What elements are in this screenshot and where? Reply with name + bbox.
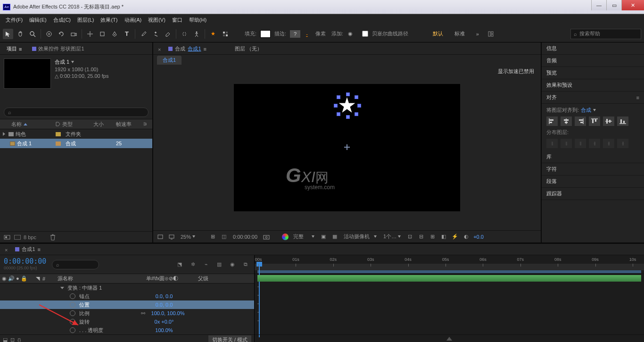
flowchart-icon[interactable]: ⚞	[143, 121, 152, 127]
tl-foot-icon1[interactable]: ⬓	[3, 337, 8, 342]
fill-swatch[interactable]	[260, 30, 271, 38]
menu-composition[interactable]: 合成(C)	[50, 15, 74, 25]
chevron-down-icon[interactable]	[71, 61, 74, 63]
delete-icon[interactable]	[49, 234, 57, 241]
align-bottom-icon[interactable]	[617, 117, 628, 126]
lock-col-icon[interactable]: 🔒	[21, 275, 27, 282]
minimize-button[interactable]: —	[591, 0, 606, 10]
menu-layer[interactable]: 图层(L)	[74, 15, 97, 25]
project-item-folder[interactable]: 纯色 文件夹	[0, 129, 152, 139]
workspace-standard[interactable]: 标准	[454, 30, 465, 37]
workspace-menu-icon[interactable]	[486, 29, 496, 39]
menu-window[interactable]: 窗口	[169, 15, 185, 25]
motion-blur-icon[interactable]: ◉	[227, 259, 238, 270]
anchor-point-icon[interactable]	[344, 144, 350, 150]
opacity-value[interactable]: 100.0%	[151, 327, 173, 333]
paragraph-panel-header[interactable]: 段落	[542, 175, 644, 188]
pixel-aspect-icon[interactable]: ◧	[439, 233, 448, 241]
rotation-row[interactable]: 旋转 0x +0.0°	[0, 317, 254, 326]
rotate-tool-icon[interactable]	[56, 29, 66, 39]
menu-file[interactable]: 文件(F)	[3, 15, 25, 25]
selection-handle[interactable]	[346, 115, 350, 119]
zoom-tool-icon[interactable]	[27, 29, 38, 39]
timeline-close-icon[interactable]: ×	[2, 245, 10, 255]
stopwatch-icon[interactable]	[70, 327, 75, 333]
fast-preview-icon[interactable]: ⚡	[451, 233, 459, 241]
align-right-icon[interactable]	[575, 117, 586, 126]
menu-edit[interactable]: 编辑(E)	[26, 15, 50, 25]
selection-handle[interactable]	[355, 112, 358, 116]
selection-handle[interactable]	[337, 95, 340, 99]
align-hcenter-icon[interactable]	[561, 117, 572, 126]
bpc-swatch[interactable]	[14, 235, 21, 240]
stopwatch-icon[interactable]	[70, 302, 75, 308]
time-ruler[interactable]: 00s01s02s03s04s05s06s07s08s09s10s	[255, 255, 644, 274]
workspace-default[interactable]: 默认	[433, 30, 443, 37]
roto-tool-icon[interactable]	[179, 29, 190, 39]
close-button[interactable]: ✕	[621, 0, 644, 10]
anchor-value[interactable]: 0.0, 0.0	[152, 293, 173, 299]
bpc-label[interactable]: 8 bpc	[24, 234, 36, 240]
transform-group-row[interactable]: 变换 : 中继器 1	[0, 284, 254, 292]
camera-select[interactable]: 活动摄像机	[342, 233, 379, 240]
position-value[interactable]: 0.0, 0.0	[152, 302, 173, 308]
align-vcenter-icon[interactable]	[603, 117, 614, 126]
align-to-select[interactable]: 合成	[581, 107, 591, 114]
current-timecode[interactable]: 0:00:00:00	[4, 257, 45, 266]
menu-effect[interactable]: 效果(T)	[98, 15, 120, 25]
solo-col-icon[interactable]: ●	[16, 275, 19, 282]
col-source-name[interactable]: 源名称	[56, 275, 129, 282]
transparency-icon[interactable]: ▦	[330, 233, 339, 241]
interpret-icon[interactable]	[3, 234, 11, 241]
rotation-value[interactable]: 0x +0.0°	[151, 319, 174, 325]
work-area-bar[interactable]	[257, 270, 641, 273]
add-menu-icon[interactable]: ◉	[347, 29, 354, 39]
expand-icon[interactable]	[3, 132, 5, 136]
camera-tool-icon[interactable]	[68, 29, 79, 39]
shy-icon[interactable]: ⌁	[200, 259, 212, 270]
views-select[interactable]: 1个…	[381, 233, 403, 240]
selection-handle[interactable]	[355, 95, 358, 99]
anchor-tool-icon[interactable]	[85, 29, 95, 39]
timeline-zoom[interactable]	[255, 334, 644, 342]
frame-blend-icon[interactable]: ▥	[214, 259, 225, 270]
search-help[interactable]: ⌕ 搜索帮助	[570, 29, 641, 39]
comp-mini-flowchart-icon[interactable]: ⬔	[174, 259, 185, 270]
clone-tool-icon[interactable]	[150, 29, 161, 39]
viewer-tab[interactable]: 合成 合成1 ≡	[164, 43, 211, 54]
expand-icon[interactable]	[60, 287, 64, 289]
view2-icon[interactable]: ⊟	[417, 233, 425, 241]
timeline-search[interactable]: ⌕	[52, 260, 99, 269]
preview-panel-header[interactable]: 预览	[542, 67, 644, 79]
grid-icon[interactable]: ⊞	[208, 233, 217, 241]
stopwatch-icon[interactable]	[70, 293, 75, 299]
info-panel-header[interactable]: 信息	[542, 42, 644, 55]
align-left-icon[interactable]	[546, 117, 558, 126]
selection-tool-icon[interactable]	[3, 29, 13, 39]
workspace-more[interactable]: »	[476, 31, 479, 37]
anchor-point-row[interactable]: 锚点 0.0, 0.0	[0, 292, 254, 300]
mask-icon[interactable]: ◫	[220, 233, 228, 241]
scale-row[interactable]: 比例 ⚯100.0, 100.0%	[0, 309, 254, 317]
menu-animation[interactable]: 动画(A)	[122, 15, 145, 25]
monitor-icon[interactable]	[167, 233, 176, 241]
col-type[interactable]: 类型	[62, 121, 73, 128]
snapshot-icon[interactable]	[262, 233, 271, 241]
stroke-width[interactable]: -	[306, 31, 308, 37]
link-icon[interactable]: ⚯	[140, 310, 147, 317]
timecode-display[interactable]: 0:00:00:00	[231, 234, 259, 240]
opacity-row[interactable]: . . . 透明度 100.0%	[0, 326, 254, 334]
toggle-switches-button[interactable]: 切换开关 / 模式	[208, 335, 251, 342]
viewer-subtab[interactable]: 合成1	[157, 56, 182, 65]
col-name[interactable]: 名称	[11, 121, 22, 128]
library-panel-header[interactable]: 库	[542, 151, 644, 163]
audio-col-icon[interactable]: 🔊	[8, 275, 15, 282]
comp-thumbnail[interactable]	[4, 58, 51, 89]
tl-foot-icon3[interactable]: {}	[17, 337, 21, 342]
selection-handle[interactable]	[346, 92, 350, 96]
align-top-icon[interactable]	[589, 117, 600, 126]
pen-tool-icon[interactable]	[109, 29, 120, 39]
current-time-indicator[interactable]	[256, 262, 262, 272]
effect-controls-tab[interactable]: 效果控件 形状图层1	[27, 43, 89, 54]
shape-tool-icon[interactable]	[97, 29, 107, 39]
